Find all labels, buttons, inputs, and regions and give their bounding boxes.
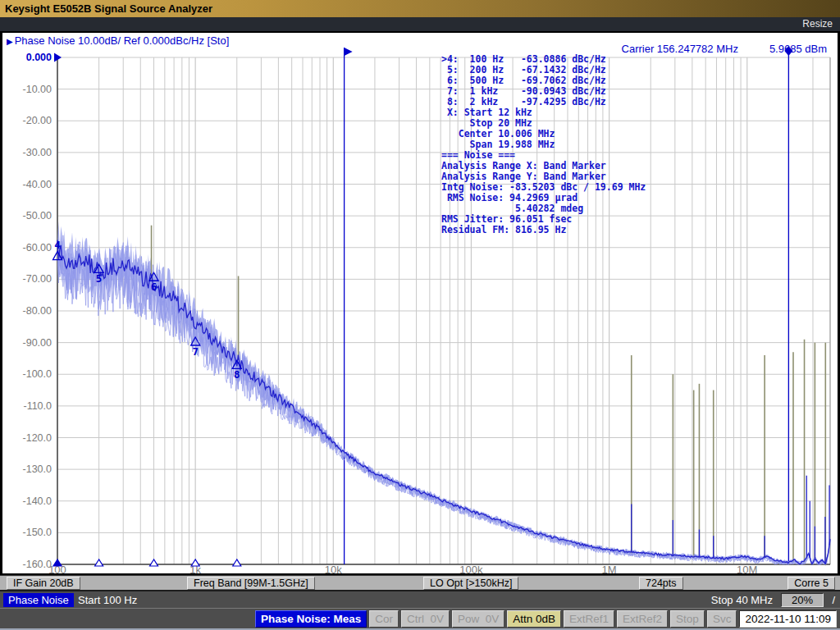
instrument-screen: Keysight E5052B Signal Source Analyzer R…	[0, 0, 840, 630]
resize-button[interactable]: Resize	[802, 18, 833, 30]
trace-scale-label: Phase Noise 10.00dB/ Ref 0.000dBc/Hz [St…	[15, 34, 230, 47]
points-button[interactable]: 724pts	[639, 577, 683, 590]
svg-text:10k: 10k	[325, 564, 342, 575]
ctrl-button[interactable]: Ctrl 0V	[401, 610, 450, 628]
attn-button[interactable]: Attn 0dB	[507, 610, 561, 628]
marker-readout: >4: 100 Hz -63.0886 dBc/Hz 5: 200 Hz -67…	[441, 54, 646, 235]
status-buttons-row: Phase Noise: Meas Cor Ctrl 0V Pow 0V Att…	[255, 610, 837, 628]
svg-text:100k: 100k	[459, 564, 483, 575]
svg-text:-70.00: -70.00	[23, 273, 52, 285]
datetime-display: 2022-11-10 11:09	[739, 610, 837, 628]
svg-text:-80.00: -80.00	[23, 305, 52, 317]
svg-text:-30.00: -30.00	[23, 147, 52, 158]
svg-text:10M: 10M	[737, 564, 757, 575]
extref1-button[interactable]: ExtRef1	[564, 610, 614, 628]
sweep-bar: Phase Noise Start 100 Hz Stop 40 MHz 20%…	[0, 590, 840, 608]
sweep-progress: 20%	[781, 593, 824, 607]
cor-button[interactable]: Cor	[369, 610, 399, 628]
menu-bar: Resize	[0, 17, 840, 31]
svg-text:-90.00: -90.00	[23, 337, 52, 349]
svg-text:5: 5	[96, 272, 103, 285]
active-mode-chip[interactable]: Phase Noise	[3, 593, 74, 607]
svg-text:-120.0: -120.0	[23, 432, 52, 444]
svg-text:4: 4	[54, 239, 61, 251]
carrier-frequency: Carrier 156.247782 MHz	[622, 43, 738, 55]
trace-header[interactable]: ▶Phase Noise 10.00dB/ Ref 0.000dBc/Hz [S…	[7, 34, 229, 47]
extref2-button[interactable]: ExtRef2	[617, 610, 668, 628]
svg-text:6: 6	[151, 281, 158, 293]
sweep-start-label: Start 100 Hz	[78, 594, 137, 606]
svc-button[interactable]: Svc	[707, 610, 737, 628]
carrier-readout: Carrier 156.247782 MHz 5.9685 dBm	[622, 43, 827, 55]
busy-spinner-icon: /	[832, 594, 835, 606]
svg-text:-150.0: -150.0	[23, 527, 52, 538]
svg-text:0.000: 0.000	[26, 52, 52, 63]
carrier-power: 5.9685 dBm	[769, 43, 827, 55]
phase-noise-chart[interactable]: 0.000-10.00-20.00-30.00-40.00-50.00-60.0…	[0, 31, 840, 575]
lo-opt-button[interactable]: LO Opt [>150kHz]	[423, 577, 518, 590]
stop-button[interactable]: Stop	[670, 610, 705, 628]
svg-text:-50.00: -50.00	[23, 210, 52, 221]
pow-button[interactable]: Pow 0V	[452, 610, 504, 628]
correlation-button[interactable]: Corre 5	[788, 577, 835, 590]
svg-text:-140.0: -140.0	[23, 495, 52, 507]
svg-text:-40.00: -40.00	[23, 179, 52, 190]
if-gain-button[interactable]: IF Gain 20dB	[7, 577, 80, 590]
svg-text:-160.0: -160.0	[23, 559, 52, 570]
meas-status-button[interactable]: Phase Noise: Meas	[255, 610, 367, 628]
svg-text:-10.00: -10.00	[23, 84, 52, 95]
svg-text:-130.0: -130.0	[23, 463, 52, 475]
svg-text:7: 7	[192, 345, 199, 358]
svg-text:-20.00: -20.00	[23, 115, 52, 126]
window-title: Keysight E5052B Signal Source Analyzer	[5, 2, 212, 15]
svg-text:-60.00: -60.00	[23, 242, 52, 253]
svg-text:-100.0: -100.0	[23, 368, 52, 380]
trace-arrow-icon: ▶	[7, 37, 13, 46]
freq-band-button[interactable]: Freq Band [99M-1.5GHz]	[187, 577, 315, 590]
measurement-toolbar: IF Gain 20dB Freq Band [99M-1.5GHz] LO O…	[0, 575, 840, 590]
window-title-bar[interactable]: Keysight E5052B Signal Source Analyzer	[0, 0, 840, 17]
svg-text:-110.0: -110.0	[23, 400, 52, 412]
svg-text:8: 8	[234, 368, 240, 381]
sweep-stop-label: Stop 40 MHz	[711, 594, 773, 606]
svg-text:1M: 1M	[602, 564, 617, 575]
status-bar: Phase Noise: Meas Cor Ctrl 0V Pow 0V Att…	[0, 608, 840, 628]
